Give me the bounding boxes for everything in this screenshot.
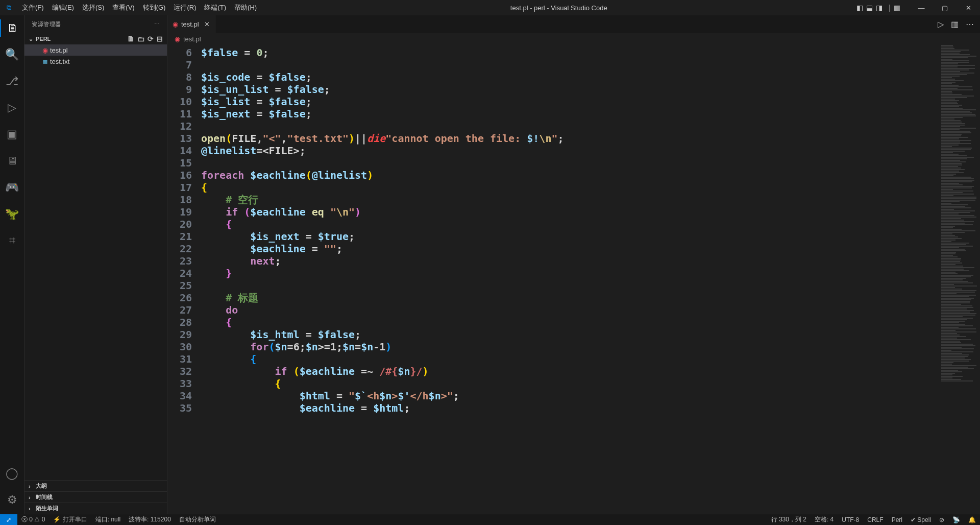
refresh-icon[interactable]: ⟳ (148, 35, 154, 43)
test-icon[interactable]: 🦖 (0, 205, 24, 223)
game-icon[interactable]: 🎮 (0, 179, 24, 196)
account-icon[interactable]: ◯ (0, 465, 24, 482)
sidebar-folder[interactable]: ⌄ PERL 🗎 🗀 ⟳ ⊟ (24, 33, 167, 44)
indentation-indicator[interactable]: 空格: 4 (811, 515, 838, 524)
layout-bottom-icon[interactable]: ⬓ (866, 4, 873, 12)
vscode-icon: ⧉ (0, 4, 18, 12)
activity-bar: 🗎 🔍 ⎇ ▷ ▣ 🖥 🎮 🦖 ⌗ ◯ ⚙ (0, 15, 24, 514)
outline-section[interactable]: ›大纲 (24, 480, 167, 491)
language-indicator[interactable]: Perl (888, 516, 906, 523)
perl-file-icon: ◉ (175, 35, 180, 43)
notifications-icon[interactable]: 🔔 (964, 516, 980, 523)
perl-file-icon: ◉ (40, 46, 50, 54)
eol-indicator[interactable]: CRLF (863, 516, 887, 523)
explorer-icon[interactable]: 🗎 (0, 19, 24, 37)
titlebar: ⧉ 文件(F)编辑(E)选择(S)查看(V)转到(G)运行(R)终端(T)帮助(… (0, 0, 980, 15)
menu-选择[interactable]: 选择(S) (78, 3, 108, 12)
txt-file-icon: ≣ (40, 58, 50, 65)
editor-more-icon[interactable]: ⋯ (966, 19, 974, 29)
timeline-section[interactable]: ›时间线 (24, 491, 167, 503)
open-serial-button[interactable]: ⚡ 打开串口 (49, 515, 91, 524)
chip-icon[interactable]: ⌗ (0, 232, 24, 249)
collapse-icon[interactable]: ⊟ (157, 35, 163, 43)
new-folder-icon[interactable]: 🗀 (137, 35, 144, 43)
minimize-button[interactable]: — (910, 4, 933, 12)
perl-file-icon: ◉ (173, 20, 178, 28)
source-control-icon[interactable]: ⎇ (0, 73, 24, 90)
maximize-button[interactable]: ▢ (933, 4, 957, 12)
tab-bar: ◉ test.pl ✕ ▷ ▥ ⋯ (167, 15, 980, 33)
sidebar-more-icon[interactable]: ⋯ (154, 21, 160, 28)
menu-查看[interactable]: 查看(V) (108, 3, 138, 12)
remote-indicator[interactable]: ⤢ (0, 514, 17, 526)
run-icon[interactable]: ▷ (938, 19, 944, 29)
sidebar: 资源管理器 ⋯ ⌄ PERL 🗎 🗀 ⟳ ⊟ ◉test.pl≣test.txt… (24, 15, 167, 514)
window-title: test.pl - perl - Visual Studio Code (510, 4, 607, 12)
file-item-test-pl[interactable]: ◉test.pl (24, 44, 167, 56)
layout-left-icon[interactable]: ◧ (856, 4, 863, 12)
extensions-icon[interactable]: ▣ (0, 126, 24, 143)
menu-终端[interactable]: 终端(T) (200, 3, 230, 12)
close-tab-icon[interactable]: ✕ (204, 20, 210, 28)
settings-icon[interactable]: ⚙ (0, 491, 24, 509)
minimap[interactable] (939, 44, 980, 514)
baud-indicator[interactable]: 波特率: 115200 (125, 515, 175, 524)
menu-运行[interactable]: 运行(R) (169, 3, 200, 12)
split-editor-icon[interactable]: ▥ (951, 19, 959, 29)
tab-test-pl[interactable]: ◉ test.pl ✕ (167, 15, 215, 33)
menu-帮助[interactable]: 帮助(H) (230, 3, 261, 12)
menu-编辑[interactable]: 编辑(E) (48, 3, 78, 12)
search-icon[interactable]: 🔍 (0, 46, 24, 63)
editor: ◉ test.pl ✕ ▷ ▥ ⋯ ◉ test.pl 678910111213… (167, 15, 980, 514)
port-indicator[interactable]: 端口: null (91, 515, 125, 524)
spell-indicator[interactable]: ✔ Spell (906, 516, 935, 523)
layout-customize-icon[interactable]: ▥ (894, 4, 900, 12)
close-button[interactable]: ✕ (957, 4, 980, 12)
unknown-words-section[interactable]: ›陌生单词 (24, 503, 167, 514)
remote-explorer-icon[interactable]: 🖥 (0, 152, 24, 170)
encoding-indicator[interactable]: UTF-8 (838, 516, 863, 523)
layout-right-icon[interactable]: ◨ (876, 4, 883, 12)
analysis-indicator[interactable]: 自动分析单词 (175, 515, 220, 524)
chevron-down-icon: ⌄ (29, 36, 36, 42)
new-file-icon[interactable]: 🗎 (127, 35, 134, 43)
menu-转到[interactable]: 转到(G) (139, 3, 170, 12)
menu-文件[interactable]: 文件(F) (18, 3, 48, 12)
file-list: ◉test.pl≣test.txt (24, 44, 167, 480)
sidebar-title: 资源管理器 (32, 20, 154, 28)
file-item-test-txt[interactable]: ≣test.txt (24, 56, 167, 67)
breadcrumb[interactable]: ◉ test.pl (167, 33, 980, 44)
feedback-icon[interactable]: ⊘ (935, 516, 948, 523)
code-editor[interactable]: 6789101112131415161718192021222324252627… (167, 44, 980, 514)
problems-indicator[interactable]: ⓧ 0 ⚠ 0 (17, 515, 49, 524)
run-debug-icon[interactable]: ▷ (0, 99, 24, 116)
go-live-icon[interactable]: 📡 (948, 516, 964, 523)
cursor-position[interactable]: 行 330，列 2 (767, 515, 811, 524)
status-bar: ⤢ ⓧ 0 ⚠ 0 ⚡ 打开串口 端口: null 波特率: 115200 自动… (0, 514, 980, 525)
